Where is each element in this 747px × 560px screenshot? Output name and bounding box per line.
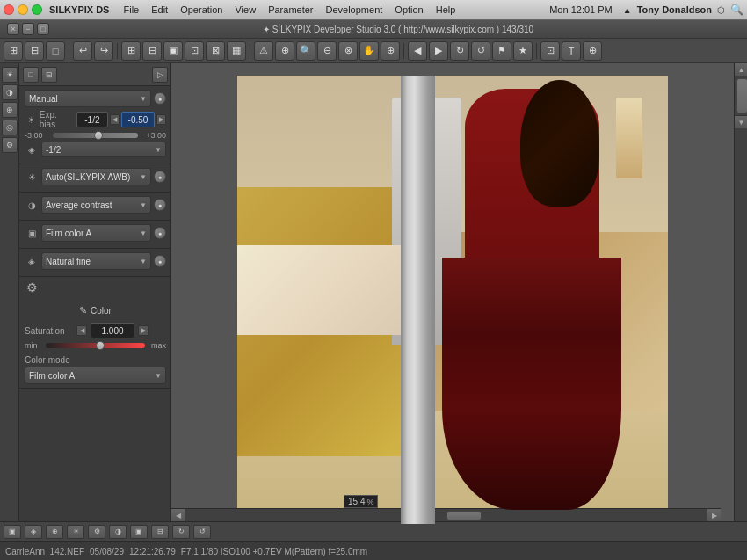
menu-development[interactable]: Development	[321, 3, 388, 17]
wb-dropdown[interactable]: Auto(SILKYPIX AWB) ▼	[41, 168, 151, 185]
photo-skirt	[442, 258, 621, 511]
settings-gear-icon[interactable]: ⚙	[25, 280, 39, 295]
exp-bias-label: Exp. bias	[40, 110, 73, 129]
contrast-section: ◑ Average contrast ▼ ●	[19, 193, 171, 221]
menu-option[interactable]: Option	[389, 3, 428, 17]
flag-btn[interactable]: ⚑	[492, 41, 511, 61]
menu-parameter[interactable]: Parameter	[263, 3, 318, 17]
panel-icon-lens[interactable]: ◎	[2, 120, 18, 135]
tb-maximize[interactable]: □	[37, 23, 49, 35]
exp-inc-btn[interactable]: ▶	[156, 114, 166, 125]
status-icon-5[interactable]: ⚙	[88, 525, 105, 539]
exp-slider-thumb[interactable]	[94, 131, 103, 140]
sep-5	[536, 43, 537, 59]
warn-btn[interactable]: ⚠	[254, 41, 273, 61]
panel-icon-color[interactable]: ◑	[2, 84, 18, 100]
menu-help[interactable]: Help	[431, 3, 461, 17]
zoom-out-btn[interactable]: ⊖	[317, 41, 337, 61]
rotate2-btn[interactable]: ↺	[471, 41, 490, 61]
minimize-button[interactable]	[18, 4, 28, 15]
menu-view[interactable]: View	[229, 3, 261, 17]
spotlight-icon[interactable]: 🔍	[730, 4, 743, 16]
tb-minimize[interactable]: −	[22, 23, 34, 35]
nav-right-btn[interactable]: ▶	[429, 41, 448, 61]
panel-tool-3[interactable]: ▷	[152, 67, 168, 83]
color-mode-dropdown[interactable]: Film color A ▼	[25, 367, 166, 384]
panel-tool-2[interactable]: ⊟	[41, 67, 57, 83]
status-icon-10[interactable]: ↺	[193, 525, 211, 539]
sharpness-dropdown[interactable]: Natural fine ▼	[41, 252, 151, 270]
scroll-up-btn[interactable]: ▲	[735, 63, 747, 76]
status-icon-7[interactable]: ▣	[130, 525, 148, 539]
status-icon-2[interactable]: ◈	[25, 525, 42, 539]
maximize-button[interactable]	[32, 4, 42, 15]
sep-4	[403, 43, 404, 59]
saturation-value[interactable]: 1.000	[91, 323, 134, 338]
exp-dec-btn[interactable]: ◀	[110, 114, 120, 125]
hscroll-right-btn[interactable]: ▶	[707, 509, 721, 522]
color-mode-arrow-icon: ▼	[155, 372, 162, 380]
exp-preset-dropdown[interactable]: -1/2 ▼	[41, 142, 166, 157]
toolbar-btn-3[interactable]: □	[46, 41, 65, 61]
close-button[interactable]	[4, 4, 14, 15]
eyedropper-btn[interactable]: ⊕	[381, 41, 400, 61]
sharpness-option-btn[interactable]: ●	[154, 255, 166, 267]
toolbar-btn-1[interactable]: ⊞	[4, 41, 23, 61]
exp-bias-value1[interactable]: -1/2	[76, 112, 108, 127]
exp-bias-value2[interactable]: -0.50	[121, 112, 155, 127]
zoom-fit-btn[interactable]: ⊕	[275, 41, 294, 61]
panel-tool-1[interactable]: □	[23, 67, 39, 83]
scroll-thumb[interactable]	[736, 78, 747, 113]
menu-edit[interactable]: Edit	[146, 3, 173, 17]
scroll-down-btn[interactable]: ▼	[735, 115, 747, 128]
sep-2	[117, 43, 118, 59]
panel-icon-settings[interactable]: ⚙	[2, 137, 18, 153]
menu-file[interactable]: File	[118, 3, 144, 17]
status-icon-9[interactable]: ↻	[172, 525, 190, 539]
grid-btn-6[interactable]: ▦	[227, 41, 246, 61]
hscroll-thumb[interactable]	[446, 511, 482, 520]
hand-btn[interactable]: ✋	[359, 41, 379, 61]
tone-dropdown[interactable]: Film color A ▼	[41, 224, 151, 242]
exp-slider-track[interactable]	[53, 133, 138, 138]
status-icon-8[interactable]: ⊟	[151, 525, 169, 539]
undo-button[interactable]: ↩	[73, 41, 92, 61]
toolbar-btn-2[interactable]: ⊟	[25, 41, 44, 61]
sat-max-label: max	[149, 341, 166, 350]
status-icon-1[interactable]: ▣	[4, 525, 21, 539]
grid-btn-2[interactable]: ⊟	[142, 41, 162, 61]
zoom-in-btn[interactable]: 🔍	[296, 41, 315, 61]
sat-slider-track[interactable]	[46, 343, 145, 348]
sat-inc-btn[interactable]: ▶	[138, 325, 149, 336]
grid-btn-4[interactable]: ⊡	[185, 41, 204, 61]
tone-option-btn[interactable]: ●	[154, 227, 166, 239]
sat-dec-btn[interactable]: ◀	[76, 325, 87, 336]
zoom-sel-btn[interactable]: ⊗	[338, 41, 358, 61]
grid-btn-5[interactable]: ⊠	[206, 41, 225, 61]
status-icon-4[interactable]: ☀	[67, 525, 84, 539]
grid-btn-1[interactable]: ⊞	[121, 41, 141, 61]
text-btn[interactable]: T	[562, 41, 581, 61]
status-icon-3[interactable]: ⊕	[46, 525, 63, 539]
panel-icon-exposure[interactable]: ☀	[2, 67, 18, 83]
rotate-btn[interactable]: ↻	[450, 41, 469, 61]
grid-btn-3[interactable]: ▣	[163, 41, 183, 61]
nav-left-btn[interactable]: ◀	[408, 41, 427, 61]
hscroll-left-btn[interactable]: ◀	[171, 509, 185, 522]
exposure-mode-dropdown[interactable]: Manual ▼	[25, 90, 151, 107]
contrast-dropdown[interactable]: Average contrast ▼	[41, 196, 151, 214]
redo-button[interactable]: ↪	[94, 41, 113, 61]
tb-close[interactable]: ×	[7, 23, 19, 35]
wb-option-btn[interactable]: ●	[154, 171, 166, 183]
status-icon-6[interactable]: ◑	[109, 525, 127, 539]
sat-slider-thumb[interactable]	[96, 341, 105, 350]
photo-pillar	[401, 76, 435, 524]
crop-btn[interactable]: ⊡	[540, 41, 560, 61]
menu-operation[interactable]: Operation	[175, 3, 228, 17]
sep-3	[250, 43, 250, 59]
panel-icon-detail[interactable]: ⊕	[2, 102, 18, 118]
contrast-option-btn[interactable]: ●	[154, 199, 166, 211]
marker-btn[interactable]: ⊕	[583, 41, 602, 61]
exposure-option-btn[interactable]: ●	[154, 92, 166, 105]
star-btn[interactable]: ★	[513, 41, 533, 61]
